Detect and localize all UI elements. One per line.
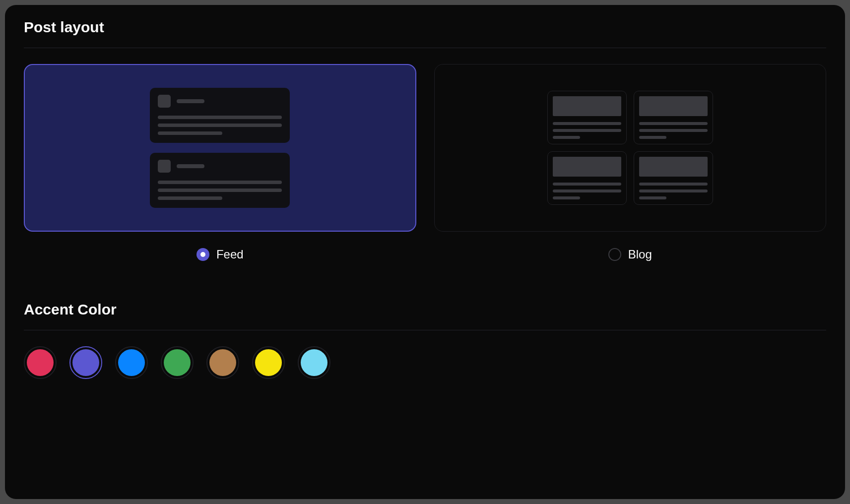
accent-color-swatch[interactable] [115,346,148,379]
image-placeholder [553,157,621,177]
accent-color-swatch[interactable] [252,346,285,379]
blog-preview-item [547,151,627,205]
accent-color-swatches [24,346,826,379]
avatar-placeholder [158,160,171,173]
appearance-panel: Post layout [5,5,845,499]
blog-preview-item [634,151,713,205]
layout-options: Feed [24,64,826,261]
feed-preview-item [150,88,290,143]
blog-preview-item [634,91,713,144]
image-placeholder [639,96,708,116]
color-circle [255,349,282,376]
blog-preview-item [547,91,627,144]
layout-option-feed-col: Feed [24,64,416,261]
post-layout-title: Post layout [24,19,826,36]
accent-color-section: Accent Color [24,301,826,379]
layout-option-blog[interactable] [434,64,827,232]
color-circle [118,349,145,376]
feed-preview [150,88,290,208]
color-circle [27,349,54,376]
color-circle [72,349,99,376]
accent-color-swatch[interactable] [206,346,239,379]
accent-color-swatch[interactable] [298,346,330,379]
divider [24,330,826,330]
accent-color-swatch[interactable] [161,346,194,379]
color-circle [164,349,191,376]
color-circle [209,349,236,376]
name-placeholder [177,99,204,103]
accent-color-title: Accent Color [24,301,826,318]
radio-icon [608,248,621,261]
post-layout-section: Post layout [24,19,826,261]
layout-radio-feed[interactable]: Feed [196,248,244,261]
accent-color-swatch[interactable] [69,346,102,379]
layout-radio-blog-label: Blog [628,248,652,261]
layout-radio-feed-label: Feed [216,248,244,261]
image-placeholder [553,96,621,116]
divider [24,48,826,48]
avatar-placeholder [158,95,171,108]
feed-preview-item [150,153,290,208]
image-placeholder [639,157,708,177]
layout-option-blog-col: Blog [434,64,827,261]
color-circle [301,349,327,376]
layout-option-feed[interactable] [24,64,416,232]
accent-color-swatch[interactable] [24,346,57,379]
layout-radio-blog[interactable]: Blog [608,248,652,261]
radio-icon [196,248,209,261]
name-placeholder [177,164,204,168]
blog-preview [547,91,713,205]
